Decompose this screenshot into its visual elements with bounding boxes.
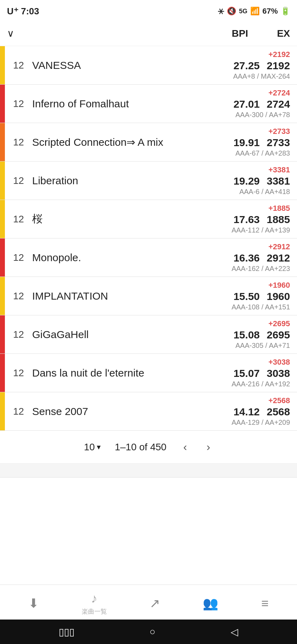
score-ex: 1960 xyxy=(267,291,290,302)
song-scores: +2192 27.25 2192 AAA+8 / MAX-264 xyxy=(220,46,297,84)
table-row[interactable]: 12 Sense 2007 +2568 14.12 2568 AAA-129 /… xyxy=(0,392,297,431)
difficulty-bar xyxy=(0,238,5,277)
partial-row-hint xyxy=(0,464,297,478)
system-nav: ▯▯▯ ○ ◁ xyxy=(0,620,297,644)
status-bar: U⁺ 7:03 ⚹ 🔇 5G 📶 67% 🔋 xyxy=(0,0,297,21)
song-level: 12 xyxy=(5,392,29,430)
song-level: 12 xyxy=(5,277,29,315)
back-button[interactable]: ◁ xyxy=(231,626,238,638)
difficulty-bar xyxy=(0,200,5,238)
score-ex: 3381 xyxy=(267,175,290,187)
song-level: 12 xyxy=(5,200,29,238)
bluetooth-icon: ⚹ xyxy=(218,7,224,16)
score-plus: +3381 xyxy=(268,165,290,174)
menu-icon: ≡ xyxy=(261,596,269,611)
score-plus: +2912 xyxy=(268,242,290,251)
nav-song-list-label: 楽曲一覧 xyxy=(82,607,107,616)
nav-stats[interactable]: ↗ xyxy=(150,596,160,611)
battery-icon: 🔋 xyxy=(281,7,290,16)
score-plus: +2192 xyxy=(268,50,290,59)
bpi-column-header: BPI xyxy=(213,28,255,39)
score-sub: AAA-112 / AA+139 xyxy=(232,226,290,234)
song-level: 12 xyxy=(5,354,29,392)
page-size-dropdown-icon[interactable]: ▾ xyxy=(97,443,101,452)
song-title: Sense 2007 xyxy=(29,392,220,430)
music-icon: ♪ xyxy=(91,591,97,606)
song-title: Dans la nuit de l'eternite xyxy=(29,354,220,392)
status-carrier: U⁺ 7:03 xyxy=(7,6,39,17)
table-row[interactable]: 12 Dans la nuit de l'eternite +3038 15.0… xyxy=(0,354,297,392)
score-ex: 2695 xyxy=(267,329,290,341)
song-title: GiGaGaHell xyxy=(29,315,220,353)
page-range: 1–10 of 450 xyxy=(115,442,166,453)
status-icons: ⚹ 🔇 5G 📶 67% 🔋 xyxy=(218,7,290,16)
table-row[interactable]: 12 VANESSA +2192 27.25 2192 AAA+8 / MAX-… xyxy=(0,46,297,85)
bottom-area: ⬇ ♪ 楽曲一覧 ↗ 👥 ≡ ▯▯▯ ○ ◁ xyxy=(0,585,297,644)
score-sub: AAA-129 / AA+209 xyxy=(232,418,290,427)
score-sub: AAA+8 / MAX-264 xyxy=(233,72,290,80)
score-bpi: 27.25 xyxy=(233,60,260,72)
song-scores: +1960 15.50 1960 AAA-108 / AA+151 xyxy=(220,277,297,315)
table-row[interactable]: 12 桜 +1885 17.63 1885 AAA-112 / AA+139 xyxy=(0,200,297,238)
table-row[interactable]: 12 Scripted Connection⇒ A mix +2733 19.9… xyxy=(0,123,297,162)
friends-icon: 👥 xyxy=(203,596,218,611)
recent-apps-button[interactable]: ▯▯▯ xyxy=(59,626,74,638)
song-scores: +2568 14.12 2568 AAA-129 / AA+209 xyxy=(220,392,297,430)
song-level: 12 xyxy=(5,46,29,84)
song-scores: +3381 19.29 3381 AAA-6 / AA+418 xyxy=(220,162,297,200)
score-bpi: 19.29 xyxy=(233,175,260,187)
song-title: Inferno of Fomalhaut xyxy=(29,85,220,123)
nav-friends[interactable]: 👥 xyxy=(203,596,218,611)
score-plus: +2724 xyxy=(268,88,290,98)
song-scores: +2724 27.01 2724 AAA-300 / AA+78 xyxy=(220,85,297,123)
pagination-row: 10 ▾ 1–10 of 450 ‹ › xyxy=(0,431,297,464)
difficulty-bar xyxy=(0,162,5,200)
5g-icon: 5G xyxy=(239,8,247,15)
song-level: 12 xyxy=(5,162,29,200)
nav-download[interactable]: ⬇ xyxy=(28,596,39,611)
signal-icon: 📶 xyxy=(250,7,260,16)
home-button[interactable]: ○ xyxy=(150,626,155,637)
score-sub: AAA-67 / AA+283 xyxy=(236,149,290,157)
table-row[interactable]: 12 Monopole. +2912 16.36 2912 AAA-162 / … xyxy=(0,238,297,277)
song-title: VANESSA xyxy=(29,46,220,84)
nav-song-list[interactable]: ♪ 楽曲一覧 xyxy=(82,591,107,616)
score-sub: AAA-300 / AA+78 xyxy=(236,111,290,119)
score-sub: AAA-6 / AA+418 xyxy=(239,188,290,196)
page-size-selector[interactable]: 10 ▾ xyxy=(84,442,101,453)
score-ex: 2733 xyxy=(267,137,290,149)
score-bpi: 15.07 xyxy=(233,367,260,379)
song-title: Monopole. xyxy=(29,238,220,277)
battery-level: 67% xyxy=(262,7,278,16)
table-row[interactable]: 12 Liberation +3381 19.29 3381 AAA-6 / A… xyxy=(0,162,297,200)
difficulty-bar xyxy=(0,123,5,161)
prev-page-button[interactable]: ‹ xyxy=(180,439,190,455)
score-plus: +2568 xyxy=(268,396,290,405)
download-icon: ⬇ xyxy=(28,596,39,611)
table-row[interactable]: 12 Inferno of Fomalhaut +2724 27.01 2724… xyxy=(0,85,297,123)
collapse-button[interactable]: ∨ xyxy=(7,28,28,39)
score-ex: 2192 xyxy=(267,60,290,72)
trend-icon: ↗ xyxy=(150,596,160,611)
difficulty-bar xyxy=(0,354,5,392)
score-plus: +2695 xyxy=(268,319,290,328)
score-bpi: 27.01 xyxy=(233,98,260,110)
table-row[interactable]: 12 GiGaGaHell +2695 15.08 2695 AAA-305 /… xyxy=(0,315,297,354)
song-level: 12 xyxy=(5,123,29,161)
score-ex: 1885 xyxy=(267,214,290,226)
next-page-button[interactable]: › xyxy=(204,439,213,455)
song-level: 12 xyxy=(5,85,29,123)
score-bpi: 19.91 xyxy=(233,137,260,149)
score-ex: 2912 xyxy=(267,252,290,264)
score-sub: AAA-216 / AA+192 xyxy=(232,380,290,388)
score-sub: AAA-305 / AA+71 xyxy=(236,342,290,350)
difficulty-bar xyxy=(0,277,5,315)
song-scores: +2733 19.91 2733 AAA-67 / AA+283 xyxy=(220,123,297,161)
table-row[interactable]: 12 IMPLANTATION +1960 15.50 1960 AAA-108… xyxy=(0,277,297,315)
score-plus: +3038 xyxy=(268,358,290,367)
nav-menu[interactable]: ≡ xyxy=(261,596,269,611)
score-plus: +1885 xyxy=(268,204,290,213)
song-scores: +2695 15.08 2695 AAA-305 / AA+71 xyxy=(220,315,297,353)
score-ex: 3038 xyxy=(267,367,290,379)
song-list: 12 VANESSA +2192 27.25 2192 AAA+8 / MAX-… xyxy=(0,46,297,478)
